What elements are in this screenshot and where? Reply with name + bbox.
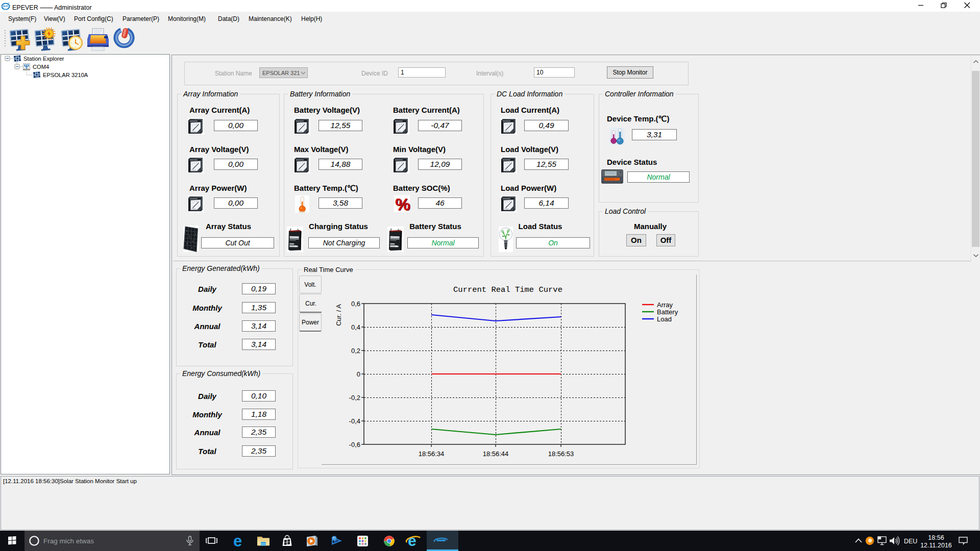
svg-text:0,2: 0,2 [351,347,360,355]
svg-text:Array: Array [657,301,673,309]
svg-text:0,6: 0,6 [351,300,360,308]
svg-text:-0,6: -0,6 [349,441,360,448]
svg-text:e: e [408,532,416,549]
svg-text:12.11.2016: 12.11.2016 [920,542,952,549]
svg-text:18:56:53: 18:56:53 [548,450,574,458]
svg-text:Current Real Time Curve: Current Real Time Curve [453,285,562,294]
svg-text:e: e [233,532,242,550]
svg-text:Cur. / A: Cur. / A [335,304,342,326]
svg-text:-0,4: -0,4 [349,417,360,425]
svg-text:18:56: 18:56 [928,534,944,541]
svg-text:18:56:34: 18:56:34 [419,450,445,458]
svg-text:EPSOLAR 3210A: EPSOLAR 3210A [43,72,88,78]
svg-text:Station Explorer: Station Explorer [23,56,64,62]
svg-text:0: 0 [357,370,360,378]
svg-text:18:56:44: 18:56:44 [483,450,509,458]
svg-text:BUS: BUS [3,5,8,8]
svg-text:Frag mich etwas: Frag mich etwas [43,537,94,545]
svg-text:COM4: COM4 [33,64,49,70]
svg-text:DEU: DEU [904,538,917,545]
svg-text:-0,2: -0,2 [349,394,360,402]
svg-text:Battery: Battery [657,308,678,316]
svg-text:Load: Load [657,315,672,323]
svg-text:0,4: 0,4 [351,323,360,331]
